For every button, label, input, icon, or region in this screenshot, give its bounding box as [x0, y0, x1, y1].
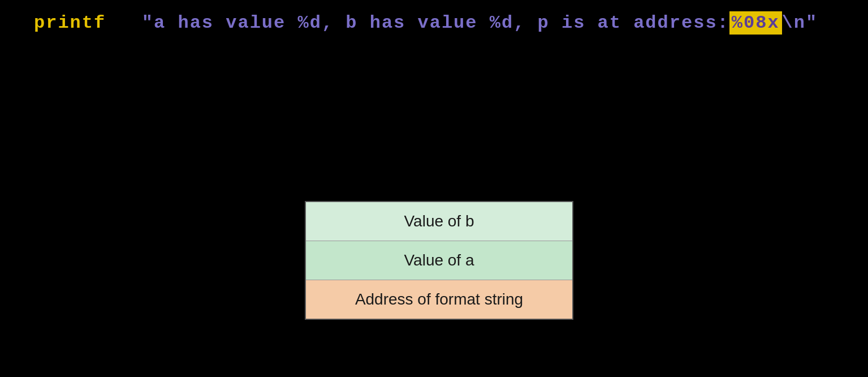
- code-highlight: %08x: [729, 11, 782, 35]
- code-space: [106, 12, 142, 33]
- stack-container: Value of b Value of a Address of format …: [305, 201, 573, 320]
- page-container: printf "a has value %d, b has value %d, …: [0, 0, 868, 377]
- code-line: printf "a has value %d, b has value %d, …: [34, 11, 818, 35]
- stack-row-address-format: Address of format string: [306, 280, 572, 319]
- code-string-before: "a has value %d, b has value %d, p is at…: [142, 12, 729, 33]
- code-string-after: \n": [782, 12, 818, 33]
- stack-label-value-a: Value of a: [404, 251, 474, 269]
- stack-label-value-b: Value of b: [404, 212, 474, 230]
- stack-row-value-b: Value of b: [306, 202, 572, 241]
- stack-row-value-a: Value of a: [306, 241, 572, 280]
- stack-label-address-format: Address of format string: [355, 290, 523, 308]
- code-printf: printf: [34, 12, 106, 33]
